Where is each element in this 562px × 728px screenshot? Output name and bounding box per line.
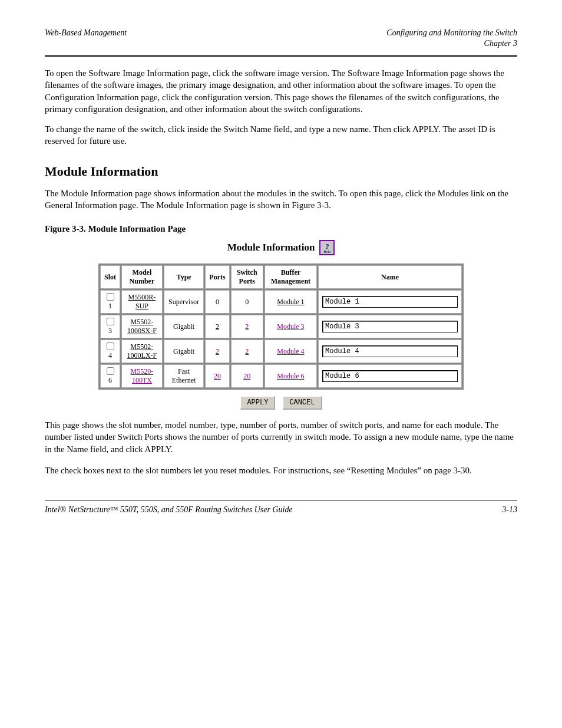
header-chapter: Chapter 3	[45, 39, 517, 48]
th-slot: Slot	[100, 265, 120, 289]
th-type: Type	[164, 265, 204, 289]
help-icon: ?	[325, 242, 329, 250]
module-table: Slot Model Number Type Ports Switch Port…	[98, 263, 464, 390]
type-cell: Gigabit	[164, 340, 204, 363]
intro-block: To open the Software Image Information p…	[45, 67, 517, 147]
table-header-row: Slot Model Number Type Ports Switch Port…	[100, 265, 462, 289]
module-name-input[interactable]	[322, 370, 458, 382]
module-name-input[interactable]	[322, 345, 458, 357]
footer-right: 3-13	[502, 505, 517, 515]
link[interactable]: Module 4	[277, 347, 304, 355]
table-row: 1M5500R-SUPSupervisor00Module 1	[100, 290, 462, 314]
table-row: 3M5502-1000SX-FGigabit22Module 3	[100, 315, 462, 338]
module-name-input[interactable]	[322, 296, 458, 308]
apply-button[interactable]: APPLY	[240, 396, 275, 410]
page-header: Web-Based Management Configuring and Mon…	[45, 28, 517, 57]
intro-p1: To open the Software Image Information p…	[45, 67, 517, 115]
link[interactable]: 20	[243, 372, 250, 380]
header-right: Configuring and Monitoring the Switch	[386, 28, 517, 38]
help-button[interactable]: ? Help	[319, 240, 335, 255]
figure-caption: Figure 3-3. Module Information Page	[45, 224, 517, 234]
after-block: This page shows the slot number, model n…	[45, 419, 517, 476]
th-model: Model Number	[121, 265, 163, 289]
slot-checkbox[interactable]	[107, 293, 114, 301]
cell-text: 0	[216, 298, 219, 306]
cell-text: 0	[245, 298, 249, 306]
slot-checkbox[interactable]	[107, 342, 114, 350]
footer-left: Intel® NetStructure™ 550T, 550S, and 550…	[45, 505, 293, 515]
link[interactable]: Module 6	[277, 372, 304, 380]
link[interactable]: 2	[216, 322, 219, 331]
link[interactable]: 2	[245, 347, 249, 355]
intro-p2: To change the name of the switch, click …	[45, 123, 517, 147]
link[interactable]: M5502-1000SX-F	[127, 318, 157, 335]
link[interactable]: 20	[214, 372, 221, 380]
table-row: 6M5520-100TXFast Ethernet2020Module 6	[100, 364, 462, 388]
panel-title: Module Information	[227, 242, 315, 253]
slot-number: 1	[108, 302, 112, 310]
help-label: Help	[324, 250, 331, 253]
link[interactable]: M5502-1000LX-F	[127, 342, 157, 360]
th-name: Name	[318, 265, 462, 289]
link[interactable]: M5500R-SUP	[128, 293, 156, 310]
slot-number: 6	[108, 376, 112, 384]
table-row: 4M5502-1000LX-FGigabit22Module 4	[100, 340, 462, 363]
link[interactable]: Module 1	[277, 298, 304, 306]
header-left: Web-Based Management	[45, 28, 127, 38]
th-buffer: Buffer Management	[265, 265, 317, 289]
slot-number: 4	[108, 351, 112, 360]
module-info-panel: Module Information ? Help Slot Model Num…	[98, 240, 464, 410]
th-ports: Ports	[205, 265, 229, 289]
type-cell: Fast Ethernet	[164, 364, 204, 388]
type-cell: Supervisor	[164, 290, 204, 314]
link[interactable]: M5520-100TX	[131, 367, 154, 384]
link[interactable]: 2	[245, 322, 249, 331]
link[interactable]: Module 3	[277, 322, 304, 331]
slot-number: 3	[108, 327, 112, 335]
th-switch-ports: Switch Ports	[231, 265, 263, 289]
type-cell: Gigabit	[164, 315, 204, 338]
module-name-input[interactable]	[322, 321, 458, 332]
page-footer: Intel® NetStructure™ 550T, 550S, and 550…	[45, 500, 517, 515]
slot-checkbox[interactable]	[107, 367, 114, 375]
after-p1: This page shows the slot number, model n…	[45, 419, 517, 455]
after-p2: The check boxes next to the slot numbers…	[45, 465, 517, 476]
section-p: The Module Information page shows inform…	[45, 187, 517, 212]
cancel-button[interactable]: CANCEL	[282, 396, 322, 410]
link[interactable]: 2	[216, 347, 219, 355]
section-title: Module Information	[45, 164, 517, 179]
slot-checkbox[interactable]	[107, 318, 114, 325]
